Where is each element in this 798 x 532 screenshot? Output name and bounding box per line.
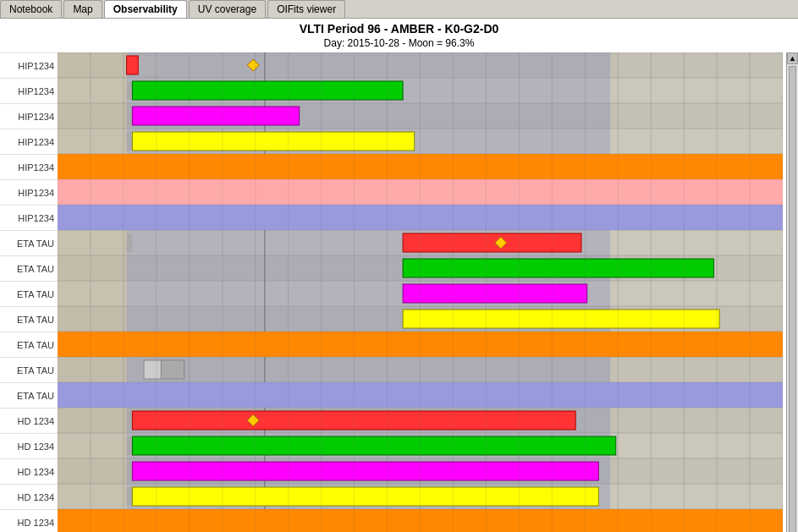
chart-subtitle: Day: 2015-10-28 - Moon = 96.3% (0, 37, 798, 52)
y-label-2: HIP1234 (0, 103, 58, 129)
y-label-11: ETA TAU (0, 332, 58, 357)
chart-container: HIP1234 HIP1234 HIP1234 HIP1234 HIP1234 … (0, 52, 798, 532)
scroll-thumb[interactable] (789, 66, 796, 532)
observability-chart[interactable] (58, 52, 783, 532)
chart-scrollbar[interactable]: ▲ ▼ (786, 52, 798, 532)
y-label-9: ETA TAU (0, 281, 58, 306)
y-label-14: HD 1234 (0, 408, 58, 433)
main-panel: VLTI Period 96 - AMBER - K0-G2-D0 Day: 2… (0, 19, 798, 532)
y-label-1: HIP1234 (0, 78, 58, 103)
y-label-18: HD 1234 (0, 509, 58, 532)
y-axis: HIP1234 HIP1234 HIP1234 HIP1234 HIP1234 … (0, 52, 58, 532)
y-label-6: HIP1234 (0, 205, 58, 230)
tab-bar: Notebook Map Observability UV coverage O… (0, 0, 798, 19)
y-label-7: ETA TAU (0, 230, 58, 255)
tab-notebook[interactable]: Notebook (0, 0, 62, 18)
tab-oifits-viewer[interactable]: OIFits viewer (267, 0, 345, 18)
y-label-10: ETA TAU (0, 306, 58, 332)
tab-uv-coverage[interactable]: UV coverage (189, 0, 266, 18)
scroll-up-button[interactable]: ▲ (787, 52, 798, 64)
y-label-8: ETA TAU (0, 255, 58, 281)
y-label-13: ETA TAU (0, 382, 58, 408)
y-label-17: HD 1234 (0, 484, 58, 509)
y-label-5: HIP1234 (0, 179, 58, 205)
y-label-15: HD 1234 (0, 433, 58, 458)
y-label-3: HIP1234 (0, 129, 58, 154)
chart-title: VLTI Period 96 - AMBER - K0-G2-D0 (0, 19, 798, 37)
y-label-4: HIP1234 (0, 154, 58, 179)
tab-observability[interactable]: Observability (104, 0, 187, 18)
y-label-16: HD 1234 (0, 458, 58, 484)
chart-area[interactable] (58, 52, 786, 532)
tab-map[interactable]: Map (63, 0, 102, 18)
y-label-12: ETA TAU (0, 357, 58, 382)
y-label-0: HIP1234 (0, 52, 58, 78)
